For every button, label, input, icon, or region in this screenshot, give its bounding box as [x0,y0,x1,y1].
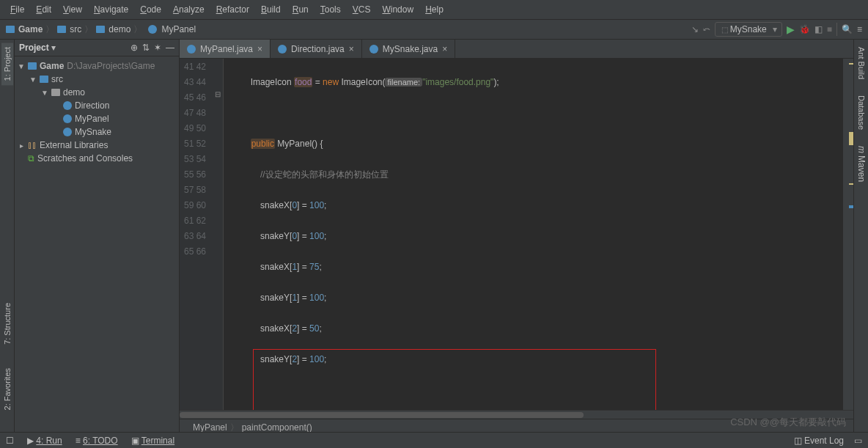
library-icon: ⫿⫿ [28,140,37,150]
search-icon[interactable]: 🔍 [842,24,853,34]
menu-vcs[interactable]: VCS [348,3,375,16]
scratch-icon: ⧉ [28,153,34,164]
class-icon [148,25,157,34]
class-icon [369,45,378,54]
status-menu-icon[interactable]: ☐ [6,436,14,446]
tree-ext-lib[interactable]: ▸⫿⫿ External Libraries [15,139,179,152]
menu-file[interactable]: File [6,3,29,16]
menu-window[interactable]: Window [378,3,418,16]
select-opened-icon[interactable]: ⊕ [130,43,138,53]
minimap[interactable] [843,59,853,410]
folder-icon [96,26,105,33]
project-view-selector[interactable]: Project ▾ [19,43,56,53]
tree-item[interactable]: MySnake [15,125,179,139]
tree-src[interactable]: ▼ src [15,73,179,86]
menu-navigate[interactable]: Navigate [89,3,133,16]
code-editor[interactable]: 41 42 43 44 45 46 47 48 49 50 51 52 53 5… [180,59,853,410]
back-icon[interactable]: ⤺ [703,24,710,34]
code-content[interactable]: ImageIcon food = new ImageIcon(filename:… [224,59,843,410]
menubar: File Edit View Navigate Code Analyze Ref… [0,0,868,20]
menu-help[interactable]: Help [421,3,448,16]
side-ant[interactable]: Ant Build [856,43,867,84]
side-database[interactable]: Database [856,91,867,134]
open-files-icon[interactable]: ↘ [691,24,699,34]
tree-item[interactable]: MyPanel [15,112,179,125]
fold-column[interactable]: ⊟ ⊟ [213,59,224,410]
folder-icon [6,26,15,33]
side-favorites[interactable]: 2: Favorites [1,364,13,414]
tree-demo[interactable]: ▼ demo [15,86,179,99]
bc-src[interactable]: src [70,24,81,34]
class-icon [278,45,287,54]
navbar: Game 〉 src 〉 demo 〉 MyPanel ↘ ⤺ ⬚ MySnak… [0,20,868,40]
left-tool-stripe: 1: Project 7: Structure 2: Favorites [0,40,15,436]
menu-build[interactable]: Build [257,3,285,16]
menu-view[interactable]: View [59,3,87,16]
bc-root[interactable]: Game [18,24,43,34]
stop-icon[interactable]: ■ [827,24,832,34]
tree-item[interactable]: Direction [15,99,179,112]
status-terminal[interactable]: ▣ Terminal [131,436,174,446]
class-icon [187,45,196,54]
tree-root[interactable]: ▼ GameD:\JavaProjects\Game [15,59,179,73]
side-structure[interactable]: 7: Structure [1,298,13,349]
menu-analyze[interactable]: Analyze [169,3,209,16]
project-tree[interactable]: ▼ GameD:\JavaProjects\Game ▼ src ▼ demo … [15,56,179,168]
side-maven[interactable]: m Maven [855,142,868,186]
class-icon [63,101,72,110]
close-icon[interactable]: × [349,44,354,54]
status-indicator-icon[interactable]: ▭ [854,436,862,446]
line-gutter[interactable]: 41 42 43 44 45 46 47 48 49 50 51 52 53 5… [180,59,213,410]
folder-icon [57,26,66,33]
run-icon[interactable]: ▶ [787,23,795,35]
status-event-log[interactable]: ◫ Event Log [794,436,844,446]
debug-icon[interactable]: 🐞 [799,24,810,34]
close-icon[interactable]: × [257,44,262,54]
project-panel: Project ▾ ⊕ ⇅ ✶ — ▼ GameD:\JavaProjects\… [15,40,180,436]
editor-tabs: MyPanel.java × Direction.java × MySnake.… [180,40,853,59]
right-tool-stripe: Ant Build Database m Maven [853,40,868,436]
folder-icon [28,62,37,70]
tab-direction[interactable]: Direction.java × [271,40,362,58]
hide-icon[interactable]: — [166,43,174,53]
menu-code[interactable]: Code [136,3,166,16]
class-icon [63,114,72,123]
expand-icon[interactable]: ⇅ [142,43,150,53]
side-project[interactable]: 1: Project [1,43,13,85]
tree-scratches[interactable]: ⧉ Scratches and Consoles [15,152,179,165]
collapse-icon[interactable]: ✶ [154,43,161,53]
tab-mysnake[interactable]: MySnake.java × [362,40,455,58]
settings-icon[interactable]: ≡ [857,24,862,34]
close-icon[interactable]: × [442,44,447,54]
status-todo[interactable]: ≡ 6: TODO [76,436,118,446]
menu-tools[interactable]: Tools [316,3,345,16]
status-run[interactable]: ▶ 4: Run [27,436,62,446]
bc-demo[interactable]: demo [108,24,130,34]
watermark: CSDN @@每天都要敲代码 [730,416,846,429]
menu-run[interactable]: Run [288,3,313,16]
run-config-select[interactable]: ⬚ MySnake ▾ [715,22,782,37]
menu-edit[interactable]: Edit [32,3,56,16]
folder-icon [40,76,48,83]
class-icon [63,128,72,136]
tab-mypanel[interactable]: MyPanel.java × [180,40,271,58]
package-icon [51,89,60,96]
menu-refactor[interactable]: Refactor [212,3,254,16]
bc-panel[interactable]: MyPanel [161,24,196,34]
breadcrumb[interactable]: Game 〉 src 〉 demo 〉 MyPanel [6,23,196,36]
coverage-icon[interactable]: ◧ [814,24,823,34]
statusbar: ☐ ▶ 4: Run ≡ 6: TODO ▣ Terminal ◫ Event … [0,432,868,448]
editor-area: MyPanel.java × Direction.java × MySnake.… [180,40,853,436]
